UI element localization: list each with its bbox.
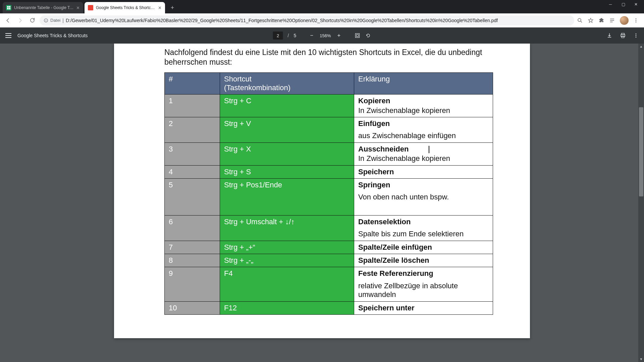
svg-point-23 <box>636 37 637 38</box>
pdf-menu-icon[interactable] <box>633 33 639 38</box>
reading-list-icon[interactable] <box>609 17 615 23</box>
minimize-button[interactable]: ─ <box>608 2 613 11</box>
row-shortcut: F4 <box>220 267 354 301</box>
svg-rect-11 <box>610 20 614 21</box>
tab-strip: Unbenannte Tabelle - Google Tabellen ✕ G… <box>0 0 644 13</box>
text-cursor <box>429 146 429 153</box>
th-number: # <box>165 72 220 95</box>
row-explain: Speichern unter <box>354 301 493 314</box>
shortcuts-table: # Shortcut (Tastenkombination) Erklärung… <box>164 72 493 315</box>
row-shortcut: Strg + S <box>220 165 354 178</box>
row-shortcut: Strg + „+“ <box>220 241 354 254</box>
print-icon[interactable] <box>620 33 626 39</box>
table-row: 9F4Feste Referenzierungrelative Zellbezü… <box>165 267 493 301</box>
row-shortcut: F12 <box>220 301 354 314</box>
zoom-in-button[interactable]: + <box>335 33 342 39</box>
table-row: 1Strg + CKopierenIn Zwischenablage kopie… <box>165 95 493 117</box>
sheets-icon <box>6 5 11 10</box>
pdf-page: Nachfolgend findest du eine Liste mit de… <box>114 44 530 338</box>
extensions-icon[interactable] <box>598 17 604 23</box>
url-scheme: Datei <box>50 18 60 23</box>
row-number: 5 <box>165 179 220 216</box>
row-number: 9 <box>165 267 220 301</box>
row-number: 10 <box>165 301 220 314</box>
browser-menu-icon[interactable] <box>633 18 639 23</box>
window-controls: ─ ▢ ✕ <box>608 0 644 11</box>
tab-google-sheets-doc[interactable]: Unbenannte Tabelle - Google Tabellen ✕ <box>3 2 83 13</box>
profile-avatar[interactable] <box>620 16 629 25</box>
svg-point-6 <box>46 19 46 20</box>
download-icon[interactable] <box>606 33 612 39</box>
svg-rect-7 <box>46 20 46 21</box>
fit-page-icon[interactable] <box>354 33 360 39</box>
page-total: 5 <box>293 33 296 38</box>
row-shortcut: Strg + X <box>220 142 354 165</box>
row-explain: Einfügenaus Zwischenablage einfügen <box>354 117 493 143</box>
svg-rect-17 <box>356 35 358 37</box>
table-row: 5Strg + Pos1/EndeSpringenVon oben nach u… <box>165 179 493 216</box>
table-row: 7Strg + „+“Spalte/Zeile einfügen <box>165 241 493 254</box>
row-explain: Speichern <box>354 165 493 178</box>
svg-rect-16 <box>355 34 359 38</box>
scroll-up-icon[interactable]: ▲ <box>638 44 644 49</box>
row-shortcut: Strg + V <box>220 117 354 143</box>
svg-rect-12 <box>610 21 613 22</box>
tab-pdf[interactable]: Google Sheets Tricks & Shortcuts ✕ <box>85 2 165 13</box>
row-explain: DatenselektionSpalte bis zum Ende selekt… <box>354 215 493 241</box>
zoom-out-button[interactable]: − <box>308 33 315 39</box>
row-number: 1 <box>165 95 220 117</box>
scrollbar-thumb[interactable] <box>639 107 643 196</box>
row-shortcut: Strg + „-„ <box>220 254 354 267</box>
table-row: 6Strg + Umschalt + ↓/↑DatenselektionSpal… <box>165 215 493 241</box>
row-number: 3 <box>165 142 220 165</box>
reload-button[interactable] <box>28 16 37 25</box>
maximize-button[interactable]: ▢ <box>621 2 626 11</box>
intro-text: Nachfolgend findest du eine Liste mit de… <box>114 44 530 72</box>
address-bar: Datei | D:/Gewerbe/01_Udemy%20Laufwerk/F… <box>0 13 644 27</box>
pdf-viewport[interactable]: Nachfolgend findest du eine Liste mit de… <box>0 44 644 362</box>
sidebar-toggle-icon[interactable] <box>5 33 11 38</box>
zoom-indicator-icon[interactable] <box>577 17 583 23</box>
svg-rect-20 <box>622 36 624 38</box>
pdf-toolbar: Google Sheets Tricks & Shortcuts / 5 − 1… <box>0 27 644 44</box>
th-explain: Erklärung <box>354 72 493 95</box>
svg-point-14 <box>636 20 637 21</box>
th-shortcut: Shortcut (Tastenkombination) <box>220 72 354 95</box>
page-number-input[interactable] <box>273 32 283 40</box>
svg-point-13 <box>636 18 637 19</box>
url-field[interactable]: Datei | D:/Gewerbe/01_Udemy%20Laufwerk/F… <box>40 15 574 25</box>
close-icon[interactable]: ✕ <box>158 5 162 10</box>
pdf-title: Google Sheets Tricks & Shortcuts <box>17 33 88 38</box>
rotate-icon[interactable] <box>365 33 371 39</box>
table-row: 3Strg + XAusschneidenIn Zwischenablage k… <box>165 142 493 165</box>
svg-rect-10 <box>610 18 614 19</box>
new-tab-button[interactable]: + <box>168 3 177 12</box>
table-row: 8Strg + „-„Spalte/Zeile löschen <box>165 254 493 267</box>
row-shortcut: Strg + Umschalt + ↓/↑ <box>220 215 354 241</box>
row-explain: Spalte/Zeile einfügen <box>354 241 493 254</box>
svg-point-15 <box>636 21 637 22</box>
svg-point-8 <box>578 18 581 21</box>
svg-point-22 <box>636 35 637 36</box>
svg-rect-4 <box>88 5 93 10</box>
forward-button[interactable] <box>15 16 25 25</box>
row-shortcut: Strg + Pos1/Ende <box>220 179 354 216</box>
row-explain: SpringenVon oben nach unten bspw. <box>354 179 493 216</box>
svg-line-9 <box>581 21 582 22</box>
bookmark-icon[interactable] <box>588 17 594 23</box>
pdf-icon <box>88 5 93 10</box>
row-number: 8 <box>165 254 220 267</box>
row-explain: Spalte/Zeile löschen <box>354 254 493 267</box>
scroll-down-icon[interactable]: ▼ <box>638 356 644 362</box>
close-window-button[interactable]: ✕ <box>633 2 639 11</box>
table-row: 4Strg + SSpeichern <box>165 165 493 178</box>
row-number: 7 <box>165 241 220 254</box>
svg-point-21 <box>636 34 637 35</box>
tab-title: Google Sheets Tricks & Shortcuts <box>96 5 156 10</box>
close-icon[interactable]: ✕ <box>76 5 80 10</box>
table-row: 2Strg + VEinfügenaus Zwischenablage einf… <box>165 117 493 143</box>
vertical-scrollbar[interactable]: ▲ ▼ <box>638 44 644 362</box>
back-button[interactable] <box>3 16 13 25</box>
tab-title: Unbenannte Tabelle - Google Tabellen <box>14 5 74 10</box>
row-number: 6 <box>165 215 220 241</box>
